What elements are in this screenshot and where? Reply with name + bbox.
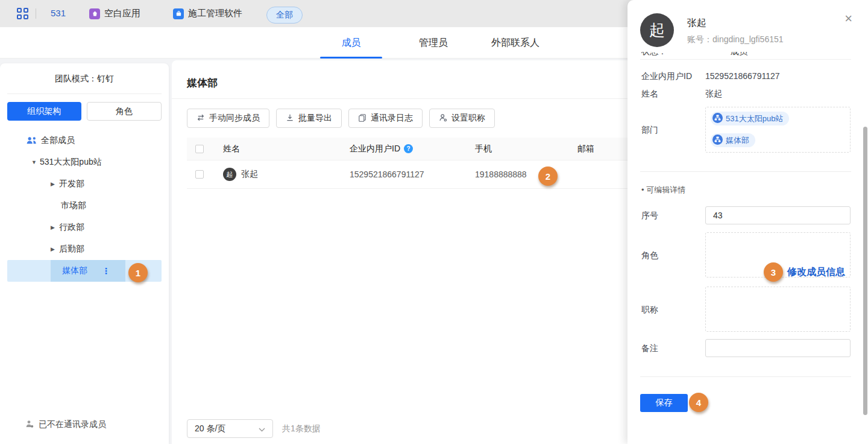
avatar: 起 bbox=[223, 168, 236, 181]
manual-sync-button[interactable]: 手动同步成员 bbox=[187, 109, 269, 128]
workspace-name[interactable]: 531 bbox=[51, 8, 66, 18]
drawer-avatar: 起 bbox=[640, 13, 674, 47]
tree-item-dev-dept[interactable]: ▶ 开发部 bbox=[0, 173, 169, 195]
batch-export-label: 批量导出 bbox=[298, 113, 332, 124]
org-tree: 全部成员 ▼ 531大太阳pub站 ▶ 开发部 市场部 ▶ 行政部 ▶ 后勤部 … bbox=[0, 130, 169, 282]
app-grid-icon[interactable] bbox=[17, 8, 29, 20]
row-checkbox[interactable] bbox=[195, 170, 204, 179]
tree-item-all-members[interactable]: 全部成员 bbox=[0, 130, 169, 151]
roles-button[interactable]: 角色 bbox=[87, 102, 162, 121]
team-mode-label: 团队模式：钉钉 bbox=[0, 74, 169, 84]
pagination: 20 条/页 共1条数据 bbox=[187, 419, 321, 438]
tab-admins[interactable]: 管理员 bbox=[400, 27, 467, 59]
field-label-serial: 序号 bbox=[641, 211, 658, 221]
team-members-icon bbox=[27, 136, 37, 145]
clipped-row-value: 成员 bbox=[731, 52, 747, 57]
topbar-divider bbox=[36, 8, 36, 19]
manual-sync-label: 手动同步成员 bbox=[209, 113, 260, 124]
caret-right-icon[interactable]: ▶ bbox=[51, 224, 59, 230]
members-toolbar: 手动同步成员 批量导出 通讯录日志 设置职称 bbox=[187, 109, 495, 128]
col-user-id: 企业内用户ID ? bbox=[350, 144, 475, 154]
tree-item-label: 市场部 bbox=[61, 200, 86, 211]
construction-app-icon bbox=[173, 8, 184, 19]
clipped-row-label: 状态： bbox=[641, 52, 667, 57]
member-phone: 19188888888 bbox=[475, 170, 577, 179]
bullet-icon: • bbox=[641, 185, 646, 194]
tree-item-label: 行政部 bbox=[59, 222, 84, 233]
member-name[interactable]: 张起 bbox=[241, 169, 258, 180]
title-box[interactable] bbox=[705, 287, 851, 332]
tree-item-label: 531大太阳pub站 bbox=[40, 157, 102, 168]
page-size-select[interactable]: 20 条/页 bbox=[187, 419, 273, 438]
person-settings-icon bbox=[439, 113, 447, 124]
contact-log-button[interactable]: 通讯录日志 bbox=[348, 109, 423, 128]
col-user-id-label: 企业内用户ID bbox=[350, 144, 400, 154]
left-members-entry[interactable]: 已不在通讯录成员 bbox=[25, 419, 106, 430]
col-name: 姓名 bbox=[223, 144, 350, 154]
person-removed-icon bbox=[25, 420, 34, 430]
tree-item-label: 全部成员 bbox=[41, 135, 75, 146]
field-value-user-id: 1529521866791127 bbox=[705, 71, 780, 81]
more-actions-icon[interactable]: ⋮ bbox=[102, 266, 110, 276]
field-label-role: 角色 bbox=[641, 250, 658, 261]
left-members-label: 已不在通讯录成员 bbox=[39, 419, 106, 430]
close-icon[interactable]: × bbox=[844, 12, 852, 25]
editable-section-text: 可编辑详情 bbox=[646, 185, 685, 194]
dept-tag-org[interactable]: 531大太阳pub站 bbox=[711, 112, 789, 125]
caret-right-icon[interactable]: ▶ bbox=[51, 246, 59, 252]
serial-input[interactable] bbox=[705, 206, 851, 224]
select-all-checkbox[interactable] bbox=[195, 145, 204, 153]
step-badge-4: 4 bbox=[689, 393, 708, 412]
app-tab-label: 施工管理软件 bbox=[188, 8, 242, 19]
tab-external-contacts[interactable]: 外部联系人 bbox=[476, 27, 555, 59]
set-title-button[interactable]: 设置职称 bbox=[429, 109, 495, 128]
save-button[interactable]: 保存 bbox=[640, 394, 688, 412]
sidebar-divider bbox=[7, 94, 162, 94]
member-detail-drawer: × 起 张起 账号：dingding_lgfi56151 状态： 成员 企业内用… bbox=[627, 0, 868, 444]
drawer-scrollbar[interactable] bbox=[863, 127, 867, 415]
download-icon bbox=[286, 113, 294, 124]
caret-down-icon[interactable]: ▼ bbox=[31, 159, 40, 165]
field-label-name: 姓名 bbox=[641, 89, 658, 100]
tab-members[interactable]: 成员 bbox=[320, 27, 382, 59]
drawer-divider bbox=[640, 376, 851, 377]
chevron-down-icon bbox=[259, 424, 265, 434]
tree-item-label: 媒体部 bbox=[62, 265, 87, 276]
set-title-label: 设置职称 bbox=[451, 113, 485, 124]
blank-app-icon bbox=[89, 8, 100, 19]
tree-item-media-dept-selected[interactable]: 媒体部 ⋮ bbox=[51, 260, 125, 282]
org-sidebar: 团队模式：钉钉 组织架构 角色 全部成员 ▼ 531大太阳pub站 ▶ 开发部 … bbox=[0, 63, 169, 444]
tree-item-market-dept[interactable]: 市场部 bbox=[0, 195, 169, 217]
field-label-dept: 部门 bbox=[641, 125, 658, 136]
document-log-icon bbox=[358, 113, 366, 124]
member-user-id: 1529521866791127 bbox=[350, 170, 475, 179]
sync-icon bbox=[197, 113, 205, 124]
editable-section-label: • 可编辑详情 bbox=[641, 185, 685, 195]
remark-input[interactable] bbox=[705, 339, 851, 357]
tree-item-org-root[interactable]: ▼ 531大太阳pub站 bbox=[0, 151, 169, 173]
help-icon[interactable]: ? bbox=[404, 144, 413, 153]
dept-tag-label: 媒体部 bbox=[726, 135, 749, 146]
field-label-remark: 备注 bbox=[641, 343, 658, 354]
caret-right-icon[interactable]: ▶ bbox=[51, 181, 59, 187]
drawer-divider bbox=[640, 59, 851, 60]
app-tab-blank[interactable]: 空白应用 bbox=[89, 8, 140, 19]
tree-item-label: 开发部 bbox=[59, 179, 84, 189]
total-count-label: 共1条数据 bbox=[282, 423, 321, 434]
tree-item-logistics-dept[interactable]: ▶ 后勤部 bbox=[0, 238, 169, 260]
filter-all-pill[interactable]: 全部 bbox=[266, 7, 303, 24]
field-label-title: 职称 bbox=[641, 305, 658, 316]
dept-tag-media[interactable]: 媒体部 bbox=[711, 133, 755, 147]
contact-log-label: 通讯录日志 bbox=[371, 113, 413, 124]
app-tab-label: 空白应用 bbox=[104, 8, 140, 19]
tree-item-admin-dept[interactable]: ▶ 行政部 bbox=[0, 217, 169, 238]
field-label-user-id: 企业内用户ID bbox=[641, 71, 692, 82]
app-tab-construction[interactable]: 施工管理软件 bbox=[173, 8, 242, 19]
org-structure-button[interactable]: 组织架构 bbox=[7, 102, 81, 121]
field-value-name: 张起 bbox=[705, 89, 722, 100]
step-badge-2: 2 bbox=[538, 166, 558, 186]
clipped-status-row: 状态： 成员 bbox=[641, 52, 851, 59]
dept-tags-box: 531大太阳pub站 媒体部 bbox=[705, 107, 851, 153]
batch-export-button[interactable]: 批量导出 bbox=[276, 109, 342, 128]
dept-tag-label: 531大太阳pub站 bbox=[726, 113, 783, 124]
